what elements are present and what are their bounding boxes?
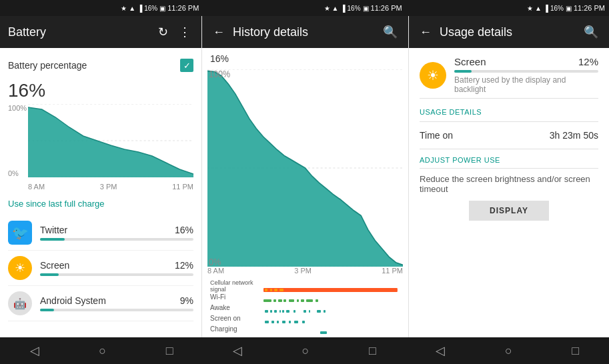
awake-bar bbox=[263, 305, 400, 310]
screen-name: Screen bbox=[40, 260, 69, 271]
wifi-bar bbox=[263, 294, 400, 299]
svg-rect-17 bbox=[263, 299, 271, 302]
history-search-icon[interactable]: 🔍 bbox=[380, 22, 400, 42]
screen-pct: 12% bbox=[175, 260, 193, 271]
usage-panel: ← Usage details 🔍 ☀ Screen 12% Battery u… bbox=[409, 16, 609, 337]
android-name-row: Android System 9% bbox=[40, 295, 193, 306]
screen-detail-pct: 12% bbox=[578, 56, 598, 67]
home-icon-mid[interactable]: ○ bbox=[302, 344, 310, 358]
chart-y-labels: 100% 0% bbox=[8, 104, 29, 177]
divider-3 bbox=[420, 149, 598, 149]
screen-detail-icon: ☀ bbox=[420, 62, 446, 89]
twitter-app-info: Twitter 16% bbox=[40, 225, 193, 241]
display-button[interactable]: DISPLAY bbox=[469, 201, 549, 221]
usage-detail-content: ☀ Screen 12% Battery used by the display… bbox=[409, 48, 609, 337]
signal-bars: Cellular network signal Wi-Fi bbox=[202, 277, 408, 337]
screen-signal-row: Screen on bbox=[210, 313, 400, 323]
svg-rect-36 bbox=[324, 310, 326, 313]
svg-rect-44 bbox=[320, 331, 327, 334]
time-on-label: Time on bbox=[420, 130, 453, 141]
screen-bar-fill bbox=[40, 273, 59, 276]
home-icon-right[interactable]: ○ bbox=[505, 344, 512, 358]
usage-details-header: USAGE DETAILS bbox=[420, 101, 598, 119]
back-icon-right[interactable]: ◁ bbox=[436, 343, 445, 358]
more-icon[interactable]: ⋮ bbox=[176, 22, 193, 42]
y-top: 100% bbox=[8, 104, 29, 112]
list-item[interactable]: ☀ Screen 12% bbox=[8, 251, 193, 286]
nav-panel-left: ◁ ○ □ bbox=[0, 337, 203, 364]
screen-detail-name-row: Screen 12% bbox=[454, 56, 598, 67]
recents-icon-mid[interactable]: □ bbox=[369, 344, 376, 358]
svg-text:0%: 0% bbox=[209, 257, 221, 267]
screen-on-label: Screen on bbox=[210, 315, 263, 322]
x-right: 11 PM bbox=[172, 183, 193, 191]
battery-panel: Battery ↻ ⋮ Battery percentage 16% 100% … bbox=[0, 16, 202, 337]
use-since-charge[interactable]: Use since last full charge bbox=[8, 193, 193, 215]
usage-search-icon[interactable]: 🔍 bbox=[581, 22, 601, 42]
refresh-icon[interactable]: ↻ bbox=[155, 22, 171, 42]
signal-icon-mid: ▐ bbox=[340, 5, 345, 12]
twitter-bar-bg bbox=[40, 238, 193, 241]
svg-rect-28 bbox=[274, 310, 277, 313]
recents-icon-left[interactable]: □ bbox=[166, 344, 173, 358]
screen-name-row: Screen 12% bbox=[40, 260, 193, 271]
charging-signal-row: Charging bbox=[210, 324, 400, 333]
screen-app-info: Screen 12% bbox=[40, 260, 193, 276]
recents-icon-right[interactable]: □ bbox=[572, 344, 579, 358]
twitter-icon: 🐦 bbox=[8, 221, 32, 245]
android-name: Android System bbox=[40, 295, 106, 306]
chart-x-labels: 8 AM 3 PM 11 PM bbox=[28, 183, 193, 191]
screen-detail-name: Screen bbox=[454, 56, 486, 67]
android-icon: 🤖 bbox=[8, 291, 32, 315]
svg-text:🤖: 🤖 bbox=[13, 297, 27, 310]
svg-rect-37 bbox=[265, 321, 269, 323]
charging-label: Charging bbox=[210, 325, 263, 333]
home-icon-left[interactable]: ○ bbox=[99, 344, 106, 358]
time-on-row: Time on 3h 23m 50s bbox=[420, 125, 598, 146]
wifi-signal-row: Wi-Fi bbox=[210, 292, 400, 301]
svg-rect-16 bbox=[279, 289, 283, 291]
time-on-value: 3h 23m 50s bbox=[550, 130, 598, 141]
wifi-icon-right: ▲ bbox=[535, 5, 542, 12]
svg-rect-21 bbox=[289, 299, 294, 302]
battery-percentage-checkbox[interactable] bbox=[180, 59, 193, 72]
svg-rect-39 bbox=[277, 321, 279, 323]
svg-rect-27 bbox=[270, 310, 272, 313]
list-item[interactable]: 🤖 Android System 9% bbox=[8, 286, 193, 321]
screen-detail-info: Screen 12% Battery used by the display a… bbox=[454, 56, 598, 94]
svg-rect-32 bbox=[293, 310, 295, 313]
time-right: 11:26 PM bbox=[574, 4, 605, 12]
screenshot-icon-mid: ▣ bbox=[363, 5, 369, 12]
wifi-icon-mid: ▲ bbox=[332, 5, 339, 12]
usage-toolbar: ← Usage details 🔍 bbox=[409, 16, 609, 48]
svg-rect-30 bbox=[282, 310, 284, 313]
svg-rect-13 bbox=[265, 289, 267, 291]
screen-detail-desc: Battery used by the display and backligh… bbox=[454, 75, 598, 94]
wifi-icon-left: ▲ bbox=[129, 5, 135, 12]
svg-rect-12 bbox=[263, 288, 398, 292]
nav-panel-mid: ◁ ○ □ bbox=[203, 337, 406, 364]
screen-detail-row: ☀ Screen 12% Battery used by the display… bbox=[420, 56, 598, 94]
battery-percentage-row: Battery percentage bbox=[8, 56, 193, 77]
status-bar: ★ ▲ ▐ 16% ▣ 11:26 PM ★ ▲ ▐ 16% ▣ 11:26 P… bbox=[0, 0, 609, 16]
back-icon-left[interactable]: ◁ bbox=[30, 343, 39, 358]
twitter-pct: 16% bbox=[175, 225, 193, 235]
history-chart: 100% 0% bbox=[202, 64, 408, 267]
history-back-icon[interactable]: ← bbox=[210, 23, 227, 42]
x-mid: 3 PM bbox=[100, 183, 117, 191]
divider-1 bbox=[420, 98, 598, 99]
twitter-name-row: Twitter 16% bbox=[40, 225, 193, 235]
bluetooth-icon-right: ★ bbox=[527, 5, 533, 12]
svg-rect-22 bbox=[297, 299, 299, 302]
back-icon-mid[interactable]: ◁ bbox=[233, 343, 242, 358]
svg-rect-24 bbox=[306, 299, 313, 302]
usage-back-icon[interactable]: ← bbox=[417, 23, 434, 42]
android-app-info: Android System 9% bbox=[40, 295, 193, 311]
history-percent: 16% bbox=[202, 48, 408, 64]
divider-4 bbox=[420, 168, 598, 169]
svg-rect-43 bbox=[302, 321, 305, 323]
screen-icon: ☀ bbox=[8, 256, 32, 280]
screen-detail-bar-fill bbox=[454, 70, 472, 73]
list-item[interactable]: 🐦 Twitter 16% bbox=[8, 215, 193, 251]
battery-percentage-label: Battery percentage bbox=[8, 60, 87, 71]
